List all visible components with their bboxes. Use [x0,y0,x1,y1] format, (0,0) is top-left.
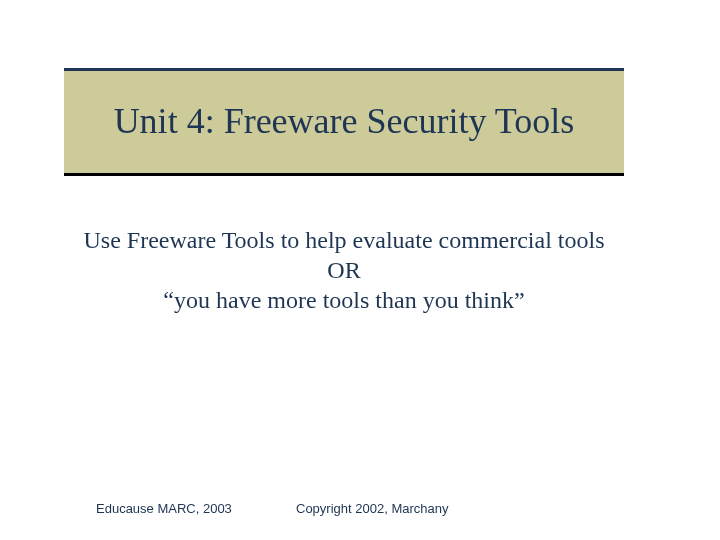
subtitle-line-2: “you have more tools than you think” [64,285,624,315]
slide: Unit 4: Freeware Security Tools Use Free… [0,0,720,540]
subtitle-block: Use Freeware Tools to help evaluate comm… [64,225,624,315]
footer-left: Educause MARC, 2003 [96,501,232,516]
subtitle-line-1: Use Freeware Tools to help evaluate comm… [64,225,624,285]
slide-title: Unit 4: Freeware Security Tools [104,102,585,142]
title-band: Unit 4: Freeware Security Tools [64,68,624,176]
footer-center: Copyright 2002, Marchany [296,501,448,516]
